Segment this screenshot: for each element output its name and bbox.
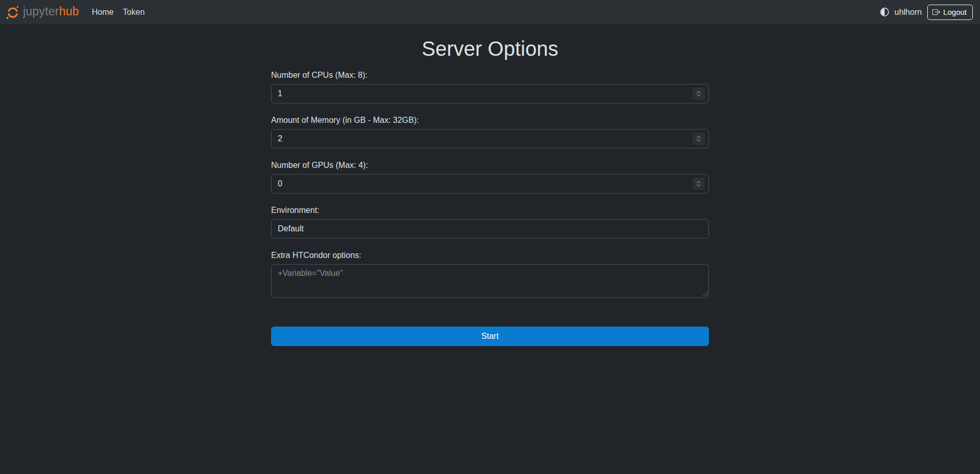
field-group-environment: Environment: <box>271 206 709 239</box>
gpus-label: Number of GPUs (Max: 4): <box>271 161 709 170</box>
page-title: Server Options <box>271 37 709 60</box>
field-group-htcondor-options: Extra HTCondor options: <box>271 251 709 298</box>
field-group-memory: Amount of Memory (in GB - Max: 32GB): 2 <box>271 116 709 148</box>
box-arrow-right-icon <box>932 8 940 16</box>
cpus-select-value: 1 <box>278 89 282 98</box>
brand-text: jupyterhub <box>23 6 79 19</box>
jupyterhub-logo[interactable]: jupyterhub <box>5 5 79 20</box>
brand-hub: hub <box>59 5 79 18</box>
cpus-label: Number of CPUs (Max: 8): <box>271 71 709 80</box>
circle-half-icon <box>880 8 889 16</box>
theme-toggle[interactable] <box>880 8 889 16</box>
field-group-gpus: Number of GPUs (Max: 4): 0 <box>271 161 709 193</box>
nav-link-home[interactable]: Home <box>87 8 118 17</box>
logout-button[interactable]: Logout <box>927 5 973 20</box>
field-group-cpus: Number of CPUs (Max: 8): 1 <box>271 71 709 103</box>
cpus-select[interactable]: 1 <box>271 84 709 103</box>
navbar-right: uhlhorn Logout <box>880 5 973 20</box>
jupyter-logo-icon <box>5 5 20 20</box>
nav-link-token[interactable]: Token <box>118 8 149 17</box>
environment-label: Environment: <box>271 206 709 215</box>
logout-label: Logout <box>943 8 967 16</box>
brand-jupyter: jupyter <box>23 5 59 18</box>
navbar: jupyterhub Home Token uhlhorn Logout <box>0 0 980 24</box>
username: uhlhorn <box>895 8 922 17</box>
chevron-expand-icon <box>693 88 705 100</box>
gpus-select-value: 0 <box>278 179 282 188</box>
memory-select-value: 2 <box>278 134 282 143</box>
environment-input[interactable] <box>271 219 709 239</box>
htcondor-options-wrap <box>271 264 709 298</box>
memory-label: Amount of Memory (in GB - Max: 32GB): <box>271 116 709 125</box>
chevron-expand-icon <box>693 133 705 145</box>
gpus-select[interactable]: 0 <box>271 174 709 193</box>
start-button[interactable]: Start <box>271 327 709 346</box>
memory-select[interactable]: 2 <box>271 129 709 148</box>
htcondor-options-label: Extra HTCondor options: <box>271 251 709 260</box>
htcondor-options-textarea[interactable] <box>271 264 709 298</box>
server-options-form: Server Options Number of CPUs (Max: 8): … <box>271 37 709 346</box>
nav-links: Home Token <box>87 8 149 17</box>
chevron-expand-icon <box>693 178 705 190</box>
